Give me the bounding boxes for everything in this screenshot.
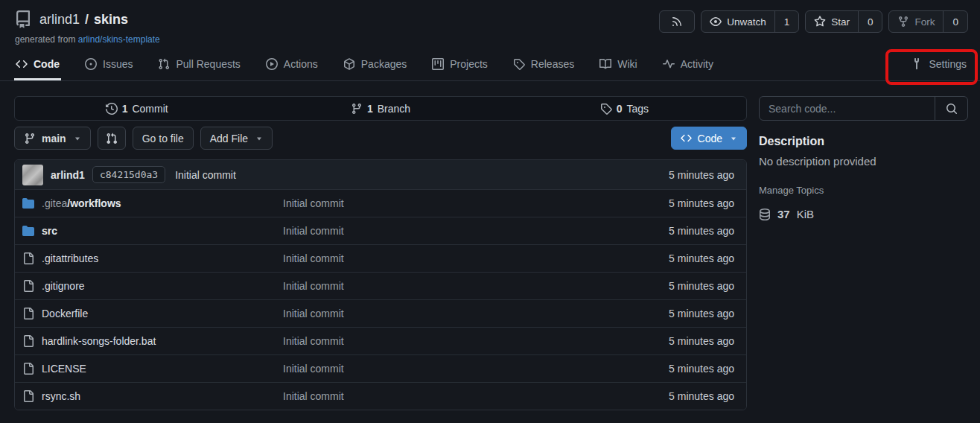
- star-icon: [814, 16, 826, 28]
- file-icon: [22, 363, 34, 375]
- commit-message-link[interactable]: Initial commit: [175, 169, 236, 181]
- tab-releases-label: Releases: [531, 58, 574, 70]
- commit-count-label: Commit: [132, 103, 168, 115]
- commits-link[interactable]: 1 Commit: [15, 97, 258, 120]
- star-button[interactable]: Star: [806, 11, 858, 32]
- stars-count[interactable]: 0: [858, 11, 882, 32]
- branch-icon: [351, 103, 363, 115]
- page-title: arlind1 / skins: [39, 12, 128, 28]
- search-input[interactable]: [760, 97, 935, 120]
- table-row[interactable]: src Initial commit 5 minutes ago: [15, 217, 746, 244]
- commit-time: 5 minutes ago: [669, 169, 734, 181]
- file-name[interactable]: LICENSE: [42, 363, 86, 375]
- repo-action-buttons: Unwatch 1 Star 0 Fork 0: [659, 10, 968, 33]
- table-row[interactable]: .gitattributes Initial commit 5 minutes …: [15, 244, 746, 272]
- tab-packages[interactable]: Packages: [342, 51, 408, 80]
- tab-actions[interactable]: Actions: [264, 51, 319, 80]
- file-commit-message[interactable]: Initial commit: [283, 335, 669, 347]
- git-compare-icon: [106, 133, 118, 144]
- file-name[interactable]: hardlink-songs-folder.bat: [42, 335, 156, 347]
- commit-author-link[interactable]: arlind1: [51, 169, 85, 181]
- wiki-book-icon: [599, 58, 611, 70]
- file-name-prefix: .gitea: [42, 197, 67, 209]
- projects-icon: [432, 58, 444, 70]
- tab-wiki[interactable]: Wiki: [598, 51, 638, 80]
- tab-activity-label: Activity: [681, 58, 713, 70]
- title-separator: /: [85, 12, 89, 28]
- unwatch-button[interactable]: Unwatch: [701, 11, 774, 32]
- table-row[interactable]: Dockerfile Initial commit 5 minutes ago: [15, 299, 746, 327]
- file-commit-message[interactable]: Initial commit: [283, 225, 669, 237]
- file-commit-message[interactable]: Initial commit: [283, 363, 669, 375]
- tab-issues[interactable]: Issues: [83, 51, 134, 80]
- repo-name-link[interactable]: skins: [94, 12, 128, 28]
- forks-count[interactable]: 0: [943, 11, 967, 32]
- branch-selector[interactable]: main: [14, 127, 91, 150]
- packages-icon: [343, 58, 355, 70]
- branch-count: 1: [367, 103, 373, 115]
- code-download-button[interactable]: Code: [671, 127, 747, 150]
- file-name[interactable]: src: [42, 225, 57, 237]
- caret-down-icon: [255, 135, 263, 142]
- manage-topics-link[interactable]: Manage Topics: [759, 185, 824, 196]
- add-file-label: Add File: [210, 133, 248, 144]
- description-title: Description: [759, 135, 968, 148]
- file-icon: [22, 390, 34, 402]
- repo-size-value: 37: [777, 208, 790, 220]
- fork-label: Fork: [914, 16, 935, 28]
- tab-activity[interactable]: Activity: [661, 51, 715, 80]
- file-commit-time: 5 minutes ago: [669, 335, 734, 347]
- tab-pull-requests-label: Pull Requests: [176, 58, 240, 70]
- go-to-file-button[interactable]: Go to file: [133, 127, 194, 150]
- rss-button[interactable]: [660, 11, 694, 32]
- branches-link[interactable]: 1 Branch: [258, 97, 502, 120]
- fork-button[interactable]: Fork: [889, 11, 943, 32]
- search-icon: [946, 103, 958, 115]
- tab-code[interactable]: Code: [14, 51, 61, 80]
- file-commit-message[interactable]: Initial commit: [283, 308, 669, 319]
- table-row[interactable]: rsync.sh Initial commit 5 minutes ago: [15, 382, 746, 410]
- code-icon: [681, 133, 692, 144]
- commit-hash-link[interactable]: c84215d0a3: [92, 166, 165, 183]
- watchers-count[interactable]: 1: [774, 11, 799, 32]
- commit-count: 1: [122, 103, 128, 115]
- table-row[interactable]: LICENSE Initial commit 5 minutes ago: [15, 354, 746, 382]
- fork-icon: [897, 16, 909, 28]
- template-repo-link[interactable]: arlind/skins-template: [78, 34, 160, 45]
- repo-sidebar: Description No description provided Mana…: [759, 96, 968, 220]
- avatar[interactable]: [22, 165, 43, 185]
- file-table: arlind1 c84215d0a3 Initial commit 5 minu…: [14, 159, 747, 410]
- repo-owner-link[interactable]: arlind1: [39, 12, 80, 28]
- file-commit-message[interactable]: Initial commit: [283, 197, 669, 209]
- file-commit-message[interactable]: Initial commit: [283, 280, 669, 292]
- settings-tools-icon: [911, 58, 923, 70]
- table-row[interactable]: .gitea/workflows Initial commit 5 minute…: [15, 189, 746, 217]
- search-button[interactable]: [935, 97, 967, 120]
- file-name[interactable]: rsync.sh: [42, 390, 80, 402]
- star-label: Star: [831, 16, 850, 28]
- file-name[interactable]: /workflows: [67, 197, 121, 209]
- add-file-button[interactable]: Add File: [200, 127, 273, 150]
- repo-header: arlind1 / skins generated from arlind/sk…: [0, 0, 980, 45]
- table-row[interactable]: hardlink-songs-folder.bat Initial commit…: [15, 327, 746, 354]
- table-row[interactable]: .gitignore Initial commit 5 minutes ago: [15, 272, 746, 299]
- eye-icon: [710, 16, 722, 28]
- compare-button[interactable]: [98, 127, 126, 150]
- file-name[interactable]: .gitignore: [42, 280, 85, 292]
- repo-nav: Code Issues Pull Requests Actions Packag…: [0, 45, 980, 81]
- tags-link[interactable]: 0 Tags: [503, 97, 746, 120]
- branch-count-label: Branch: [378, 103, 410, 115]
- current-branch: main: [42, 133, 66, 144]
- tab-packages-label: Packages: [361, 58, 407, 70]
- file-commit-time: 5 minutes ago: [669, 308, 734, 319]
- tab-pull-requests[interactable]: Pull Requests: [156, 51, 241, 80]
- repo-stats-bar: 1 Commit 1 Branch 0 Tags: [14, 96, 747, 121]
- file-name[interactable]: .gitattributes: [42, 252, 98, 264]
- tab-settings[interactable]: Settings: [909, 51, 968, 80]
- file-commit-message[interactable]: Initial commit: [283, 390, 669, 402]
- tab-projects[interactable]: Projects: [430, 51, 489, 80]
- file-commit-message[interactable]: Initial commit: [283, 252, 669, 264]
- file-name[interactable]: Dockerfile: [42, 308, 88, 319]
- file-icon: [22, 308, 34, 319]
- tab-releases[interactable]: Releases: [512, 51, 576, 80]
